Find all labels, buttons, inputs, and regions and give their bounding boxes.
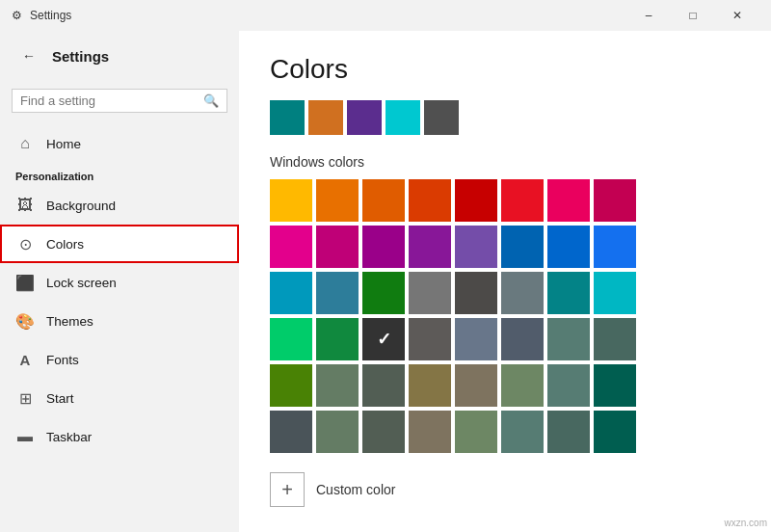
sidebar-item-colors-label: Colors <box>46 237 84 252</box>
color-cell-1-2[interactable] <box>362 226 405 268</box>
color-cell-3-5[interactable] <box>501 318 544 360</box>
sidebar-item-themes[interactable]: 🎨 Themes <box>0 302 239 340</box>
color-cell-4-6[interactable] <box>547 364 590 407</box>
themes-icon: 🎨 <box>15 311 35 331</box>
color-cell-3-3[interactable] <box>409 318 451 360</box>
color-cell-2-0[interactable] <box>270 272 312 314</box>
color-cell-5-7[interactable] <box>594 411 636 453</box>
windows-colors-label: Windows colors <box>270 154 740 170</box>
color-cell-2-7[interactable] <box>594 272 636 314</box>
color-cell-1-7[interactable] <box>594 226 636 268</box>
close-button[interactable]: ✕ <box>715 0 759 31</box>
color-cell-0-6[interactable] <box>547 179 590 222</box>
color-cell-1-6[interactable] <box>547 226 590 268</box>
color-cell-3-7[interactable] <box>594 318 636 360</box>
color-cell-3-4[interactable] <box>455 318 497 360</box>
color-cell-5-4[interactable] <box>455 411 497 453</box>
color-cell-4-1[interactable] <box>316 364 359 407</box>
color-cell-2-5[interactable] <box>501 272 544 314</box>
search-box[interactable]: 🔍 <box>12 89 227 113</box>
sidebar-item-taskbar-label: Taskbar <box>46 430 92 444</box>
color-cell-3-6[interactable] <box>547 318 590 360</box>
color-cell-4-4[interactable] <box>455 364 497 407</box>
color-cell-2-6[interactable] <box>547 272 590 314</box>
sidebar-item-lock-screen-label: Lock screen <box>46 276 117 290</box>
search-icon: 🔍 <box>203 93 219 108</box>
main-content: Colors Windows colors <box>239 31 771 532</box>
colors-icon: ⊙ <box>15 234 35 253</box>
sidebar-item-taskbar[interactable]: ▬ Taskbar <box>0 417 239 456</box>
color-cell-5-1[interactable] <box>316 411 359 453</box>
custom-color-label: Custom color <box>316 482 395 497</box>
app-container: ← Settings 🔍 ⌂ Home Personalization 🖼 Ba… <box>0 31 771 532</box>
custom-color-row: + Custom color <box>270 472 740 507</box>
color-cell-2-2[interactable] <box>362 272 405 314</box>
color-cell-4-5[interactable] <box>501 364 544 407</box>
sidebar: ← Settings 🔍 ⌂ Home Personalization 🖼 Ba… <box>0 31 239 532</box>
page-title: Colors <box>270 54 740 85</box>
search-input[interactable] <box>20 93 198 108</box>
taskbar-icon: ▬ <box>15 427 35 446</box>
sidebar-item-start-label: Start <box>46 391 74 406</box>
color-cell-0-7[interactable] <box>594 179 636 222</box>
color-cell-3-0[interactable] <box>270 318 312 360</box>
sidebar-title: Settings <box>52 48 109 65</box>
color-cell-2-4[interactable] <box>455 272 497 314</box>
home-icon: ⌂ <box>15 134 35 153</box>
lock-screen-icon: ⬛ <box>15 273 35 292</box>
minimize-button[interactable]: – <box>626 0 671 31</box>
color-cell-1-4[interactable] <box>455 226 497 268</box>
accent-swatch-4[interactable] <box>424 100 459 135</box>
sidebar-item-themes-label: Themes <box>46 314 93 329</box>
color-cell-3-2[interactable] <box>362 318 405 360</box>
color-cell-4-7[interactable] <box>594 364 636 407</box>
color-cell-4-3[interactable] <box>409 364 451 407</box>
title-bar-controls: – □ ✕ <box>626 0 759 31</box>
color-cell-5-6[interactable] <box>547 411 590 453</box>
sidebar-header: ← Settings <box>0 31 239 81</box>
color-cell-0-0[interactable] <box>270 179 312 222</box>
accent-swatch-3[interactable] <box>386 100 420 135</box>
back-icon: ← <box>22 48 36 64</box>
maximize-button[interactable]: □ <box>671 0 715 31</box>
watermark: wxzn.com <box>725 518 767 528</box>
sidebar-item-background[interactable]: 🖼 Background <box>0 186 239 225</box>
color-cell-5-0[interactable] <box>270 411 312 453</box>
color-cell-0-5[interactable] <box>501 179 544 222</box>
fonts-icon: A <box>15 350 35 369</box>
sidebar-item-background-label: Background <box>46 199 116 213</box>
color-cell-0-1[interactable] <box>316 179 359 222</box>
color-cell-1-1[interactable] <box>316 226 359 268</box>
color-cell-4-0[interactable] <box>270 364 312 407</box>
sidebar-item-colors[interactable]: ⊙ Colors <box>0 225 239 263</box>
color-cell-2-3[interactable] <box>409 272 451 314</box>
plus-icon: + <box>281 479 293 501</box>
color-cell-0-2[interactable] <box>362 179 405 222</box>
sidebar-item-start[interactable]: ⊞ Start <box>0 379 239 417</box>
accent-swatch-0[interactable] <box>270 100 305 135</box>
settings-icon: ⚙ <box>12 9 22 22</box>
color-cell-5-3[interactable] <box>409 411 451 453</box>
sidebar-item-lock-screen[interactable]: ⬛ Lock screen <box>0 263 239 302</box>
color-cell-1-3[interactable] <box>409 226 451 268</box>
color-cell-3-1[interactable] <box>316 318 359 360</box>
color-cell-1-0[interactable] <box>270 226 312 268</box>
sidebar-item-fonts[interactable]: A Fonts <box>0 340 239 379</box>
sidebar-item-home[interactable]: ⌂ Home <box>0 124 239 163</box>
sidebar-item-fonts-label: Fonts <box>46 353 79 367</box>
color-cell-4-2[interactable] <box>362 364 405 407</box>
color-cell-1-5[interactable] <box>501 226 544 268</box>
color-cell-0-4[interactable] <box>455 179 497 222</box>
title-bar-left: ⚙ Settings <box>12 9 71 22</box>
color-cell-5-5[interactable] <box>501 411 544 453</box>
color-cell-2-1[interactable] <box>316 272 359 314</box>
color-cell-5-2[interactable] <box>362 411 405 453</box>
accent-swatch-2[interactable] <box>347 100 382 135</box>
color-cell-0-3[interactable] <box>409 179 451 222</box>
accent-swatch-1[interactable] <box>308 100 343 135</box>
add-custom-color-button[interactable]: + <box>270 472 305 507</box>
back-button[interactable]: ← <box>15 42 42 69</box>
color-grid <box>270 179 740 453</box>
sidebar-item-home-label: Home <box>46 137 81 151</box>
background-icon: 🖼 <box>15 196 35 215</box>
